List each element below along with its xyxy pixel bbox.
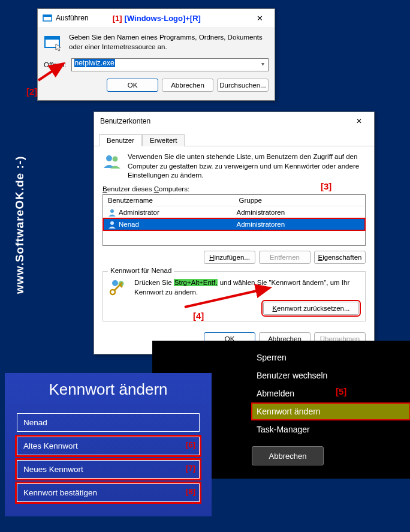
menu-item-switch-user[interactable]: Benutzer wechseln bbox=[252, 367, 410, 384]
user-icon bbox=[108, 208, 116, 217]
browse-button[interactable]: Durchsuchen... bbox=[217, 79, 269, 92]
new-password-field[interactable]: Neues Kennwort[7] bbox=[17, 460, 200, 479]
arrow-2 bbox=[35, 60, 71, 84]
run-title: Ausführen bbox=[56, 14, 89, 22]
close-icon[interactable]: ✕ bbox=[346, 117, 372, 125]
svg-line-14 bbox=[185, 288, 270, 307]
annotation-3: [3] bbox=[321, 181, 331, 191]
svg-point-11 bbox=[110, 290, 115, 294]
arrow-4 bbox=[180, 282, 282, 312]
ua-titlebar: Benutzerkonten ✕ bbox=[94, 112, 374, 130]
key-users-icon bbox=[109, 278, 128, 297]
svg-point-9 bbox=[112, 280, 118, 286]
run-app-icon bbox=[44, 33, 63, 52]
annotation-2: [2] bbox=[26, 86, 37, 97]
password-legend: Kennwort für Nenad bbox=[108, 267, 174, 274]
svg-point-8 bbox=[110, 221, 114, 225]
run-icon bbox=[43, 13, 52, 23]
svg-point-5 bbox=[106, 155, 112, 161]
open-combobox[interactable]: netplwiz.exe ▾ bbox=[71, 58, 269, 71]
col-group[interactable]: Gruppe bbox=[234, 195, 366, 206]
cancel-button[interactable]: Abbrechen bbox=[162, 79, 213, 92]
annotation-6: [6] bbox=[186, 440, 195, 449]
user-accounts-dialog: Benutzerkonten ✕ Benutzer Erweitert Verw… bbox=[94, 112, 375, 354]
col-username[interactable]: Benutzername bbox=[103, 195, 234, 206]
annotation-5: [5] bbox=[336, 386, 346, 396]
ua-description: Verwenden Sie die unten stehende Liste, … bbox=[128, 152, 366, 181]
run-dialog: Ausführen [1] [Windows-Logo]+[R] ✕ Geben… bbox=[37, 8, 275, 101]
old-password-field[interactable]: Altes Kennwort[6] bbox=[17, 437, 200, 455]
tab-users[interactable]: Benutzer bbox=[99, 134, 142, 146]
username-field[interactable]: Nenad bbox=[17, 413, 200, 432]
add-button[interactable]: Hinzufügen... bbox=[204, 251, 255, 264]
open-value: netplwiz.exe bbox=[74, 59, 115, 67]
svg-rect-1 bbox=[43, 15, 52, 17]
tab-advanced[interactable]: Erweitert bbox=[142, 134, 185, 146]
run-description: Geben Sie den Namen eines Programms, Ord… bbox=[69, 33, 269, 52]
table-row[interactable]: Administrator Administratoren bbox=[103, 206, 365, 218]
remove-button: Entfernen bbox=[259, 251, 310, 264]
ua-title-text: Benutzerkonten bbox=[100, 117, 150, 125]
watermark-text: www.SoftwareOK.de :-) bbox=[13, 156, 26, 294]
svg-point-6 bbox=[113, 157, 118, 162]
svg-point-7 bbox=[110, 209, 114, 213]
cancel-button[interactable]: Abbrechen bbox=[252, 446, 324, 465]
table-row-selected[interactable]: Nenad Administratoren bbox=[103, 218, 365, 230]
annotation-7: [7] bbox=[186, 464, 195, 473]
confirm-password-field[interactable]: Kennwort bestätigen[8] bbox=[17, 483, 200, 502]
menu-item-task-manager[interactable]: Task-Manager bbox=[252, 421, 410, 438]
change-password-panel: Kennwort ändern Nenad Altes Kennwort[6] … bbox=[5, 373, 212, 516]
menu-item-lock[interactable]: Sperren bbox=[252, 349, 410, 366]
annotation-1: [1] bbox=[113, 14, 122, 23]
annotation-1-text: [Windows-Logo]+[R] bbox=[125, 14, 201, 23]
ok-button[interactable]: OK bbox=[107, 79, 158, 92]
users-icon bbox=[103, 152, 122, 172]
users-listbox[interactable]: Benutzername Gruppe Administrator Admini… bbox=[103, 194, 366, 246]
properties-button[interactable]: Eigenschaften bbox=[314, 251, 366, 264]
user-icon bbox=[108, 220, 116, 229]
annotation-8: [8] bbox=[186, 487, 195, 496]
annotation-4: [4] bbox=[193, 311, 204, 321]
menu-item-signout[interactable]: Abmelden [5] bbox=[252, 385, 410, 402]
svg-line-4 bbox=[38, 64, 64, 80]
close-icon[interactable]: ✕ bbox=[247, 10, 272, 26]
svg-rect-3 bbox=[45, 37, 59, 40]
menu-item-change-password[interactable]: Kennwort ändern bbox=[252, 403, 410, 420]
run-titlebar: Ausführen [1] [Windows-Logo]+[R] ✕ bbox=[38, 9, 275, 27]
change-password-title: Kennwort ändern bbox=[5, 373, 212, 408]
chevron-down-icon[interactable]: ▾ bbox=[261, 61, 264, 67]
